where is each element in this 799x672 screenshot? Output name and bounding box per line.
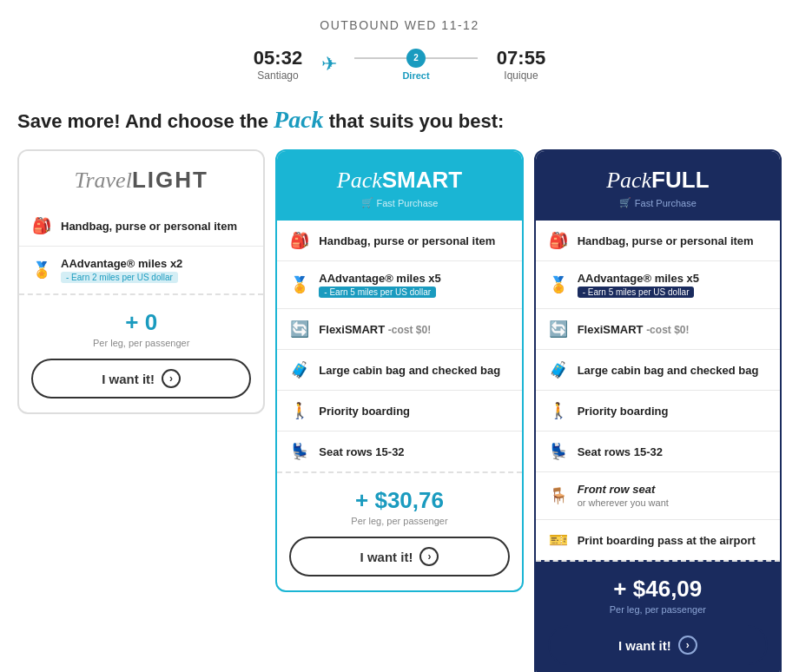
handbag-label: Handbag, purse or personal item bbox=[61, 220, 251, 233]
arrival-city: Iquique bbox=[486, 69, 556, 82]
miles-icon: 🏅 bbox=[548, 275, 569, 294]
outbound-title: OUTBOUND Wed 11-12 bbox=[320, 18, 479, 32]
full-fast-purchase: 🛒 Fast Purchase bbox=[548, 197, 768, 208]
full-feature-boardingpass: 🎫 Print boarding pass at the airport bbox=[536, 520, 780, 560]
seat-icon: 💺 bbox=[548, 442, 569, 461]
miles-label: AAdvantage® miles x5 bbox=[578, 272, 768, 285]
tagline: Save more! And choose the Pack that suit… bbox=[17, 106, 782, 134]
light-want-label: I want it! bbox=[102, 372, 155, 386]
seat-icon: 💺 bbox=[289, 442, 310, 461]
boarding-label: Priority boarding bbox=[578, 405, 768, 418]
full-features: 🎒 Handbag, purse or personal item 🏅 AAdv… bbox=[536, 221, 780, 560]
arrival-time: 07:55 bbox=[486, 47, 556, 69]
boarding-icon: 🚶 bbox=[548, 401, 569, 420]
fast-icon-full: 🛒 bbox=[619, 197, 631, 208]
bag-icon: 🧳 bbox=[289, 360, 310, 379]
cards-container: TravelLIGHT 🎒 Handbag, purse or personal… bbox=[17, 149, 782, 672]
full-pack: Pack bbox=[606, 168, 651, 193]
arrival-block: 07:55 Iquique bbox=[486, 47, 556, 82]
boarding-icon: 🚶 bbox=[289, 401, 310, 420]
smart-price-label: Per leg, per passenger bbox=[289, 516, 509, 526]
frontrow-label: Front row seat bbox=[578, 483, 768, 496]
smart-arrow-icon: › bbox=[419, 547, 439, 566]
flexi-label: FlexiSMART -cost $0! bbox=[578, 323, 768, 336]
full-feature-miles: 🏅 AAdvantage® miles x5 - Earn 5 miles pe… bbox=[536, 261, 780, 309]
full-feature-front-row: 🪑 Front row seat or wherever you want bbox=[536, 472, 780, 520]
smart-feature-bag: 🧳 Large cabin bag and checked bag bbox=[277, 350, 521, 391]
card-smart-title: PackSMART bbox=[289, 167, 509, 194]
card-light: TravelLIGHT 🎒 Handbag, purse or personal… bbox=[17, 149, 265, 414]
full-feature-bag: 🧳 Large cabin bag and checked bag bbox=[536, 350, 780, 391]
frontrow-icon: 🪑 bbox=[548, 486, 569, 505]
smart-feature-miles: 🏅 AAdvantage® miles x5 - Earn 5 miles pe… bbox=[277, 261, 521, 309]
full-feature-boarding: 🚶 Priority boarding bbox=[536, 391, 780, 432]
handbag-icon: 🎒 bbox=[548, 231, 569, 250]
flight-route: 2 Direct bbox=[354, 49, 478, 81]
tagline-pack-script: Pack bbox=[274, 106, 324, 133]
bag-label: Large cabin bag and checked bag bbox=[578, 364, 768, 377]
light-want-button[interactable]: I want it! › bbox=[31, 359, 251, 399]
smart-feature-flexi: 🔄 FlexiSMART -cost $0! bbox=[277, 309, 521, 350]
miles-icon: 🏅 bbox=[31, 260, 52, 280]
card-full-title: PackFULL bbox=[548, 167, 768, 194]
light-price-label: Per leg, per passenger bbox=[31, 338, 251, 348]
title-light-name: LIGHT bbox=[132, 167, 208, 193]
light-feature-handbag: 🎒 Handbag, purse or personal item bbox=[19, 206, 263, 247]
miles-label: AAdvantage® miles x5 bbox=[319, 272, 509, 285]
handbag-icon: 🎒 bbox=[31, 216, 52, 235]
full-want-label: I want it! bbox=[618, 638, 671, 653]
full-feature-flexi: 🔄 FlexiSMART -cost $0! bbox=[536, 309, 780, 350]
smart-want-label: I want it! bbox=[360, 550, 413, 564]
direct-label: Direct bbox=[402, 70, 429, 81]
full-feature-handbag: 🎒 Handbag, purse or personal item bbox=[536, 221, 780, 261]
light-feature-miles: 🏅 AAdvantage® miles x2 - Earn 2 miles pe… bbox=[19, 247, 263, 293]
miles-badge: - Earn 2 miles per US dollar bbox=[61, 272, 178, 283]
card-light-title: TravelLIGHT bbox=[31, 167, 251, 194]
departure-city: Santiago bbox=[243, 69, 313, 82]
handbag-label: Handbag, purse or personal item bbox=[578, 234, 768, 247]
smart-want-button[interactable]: I want it! › bbox=[289, 537, 509, 576]
full-price-label: Per leg, per passenger bbox=[548, 604, 768, 615]
handbag-icon: 🎒 bbox=[289, 231, 310, 250]
flexi-label: FlexiSMART -cost $0! bbox=[319, 323, 509, 336]
boardingpass-icon: 🎫 bbox=[548, 530, 569, 550]
line-left bbox=[354, 57, 406, 59]
miles-icon: 🏅 bbox=[289, 275, 310, 294]
boarding-label: Priority boarding bbox=[319, 405, 509, 418]
seat-label: Seat rows 15-32 bbox=[578, 445, 768, 458]
title-travel: Travel bbox=[74, 168, 131, 193]
full-want-button[interactable]: I want it! › bbox=[548, 625, 768, 665]
smart-price: + $30,76 bbox=[289, 487, 509, 514]
smart-footer: + $30,76 Per leg, per passenger I want i… bbox=[277, 471, 521, 590]
fast-label-smart: Fast Purchase bbox=[377, 198, 439, 208]
full-footer: + $46,09 Per leg, per passenger I want i… bbox=[536, 560, 780, 672]
flexi-icon: 🔄 bbox=[289, 320, 310, 339]
boardingpass-label: Print boarding pass at the airport bbox=[578, 534, 768, 547]
seat-label: Seat rows 15-32 bbox=[319, 445, 509, 458]
handbag-label: Handbag, purse or personal item bbox=[319, 234, 509, 247]
smart-feature-boarding: 🚶 Priority boarding bbox=[277, 391, 521, 432]
line-right bbox=[426, 57, 478, 59]
departure-block: 05:32 Santiago bbox=[243, 47, 313, 82]
card-smart: PackSMART 🛒 Fast Purchase 🎒 Handbag, pur… bbox=[275, 149, 523, 592]
bag-label: Large cabin bag and checked bag bbox=[319, 364, 509, 377]
frontrow-sub: or wherever you want bbox=[578, 497, 669, 508]
stop-circle: 2 bbox=[406, 49, 426, 68]
full-price: + $46,09 bbox=[548, 576, 768, 603]
smart-features: 🎒 Handbag, purse or personal item 🏅 AAdv… bbox=[277, 221, 521, 471]
smart-fast-purchase: 🛒 Fast Purchase bbox=[289, 197, 509, 208]
miles-label: AAdvantage® miles x2 bbox=[61, 257, 251, 270]
fast-icon-smart: 🛒 bbox=[361, 197, 373, 208]
tagline-prefix: Save more! And choose the bbox=[17, 110, 274, 132]
bag-icon: 🧳 bbox=[548, 360, 569, 379]
light-price: + 0 bbox=[31, 309, 251, 336]
departure-time: 05:32 bbox=[243, 47, 313, 69]
light-arrow-icon: › bbox=[162, 369, 181, 388]
fast-label-full: Fast Purchase bbox=[635, 198, 697, 208]
tagline-suffix: that suits you best: bbox=[324, 110, 505, 132]
card-smart-header: PackSMART 🛒 Fast Purchase bbox=[277, 151, 521, 221]
light-features: 🎒 Handbag, purse or personal item 🏅 AAdv… bbox=[19, 206, 263, 293]
smart-feature-handbag: 🎒 Handbag, purse or personal item bbox=[277, 221, 521, 261]
miles-badge: - Earn 5 miles per US dollar bbox=[319, 287, 436, 298]
miles-badge: - Earn 5 miles per US dollar bbox=[578, 287, 695, 298]
